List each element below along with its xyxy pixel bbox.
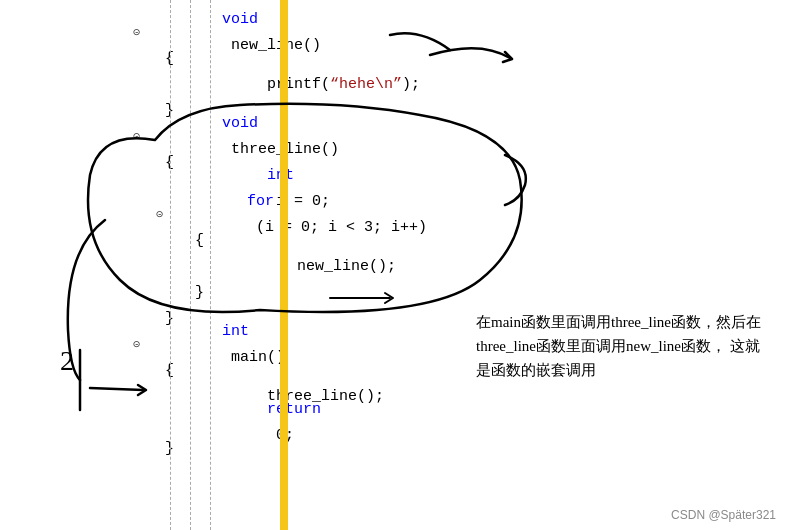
call-new-line: new_line(); [297, 258, 396, 275]
code-line-8: ⊝ for (i = 0; i < 3; i++) [0, 202, 480, 228]
kw-for: for [247, 193, 274, 210]
main-container: ⊝ void new_line() { printf(“hehe\n”); } … [0, 0, 791, 530]
code-area: ⊝ void new_line() { printf(“hehe\n”); } … [0, 20, 480, 462]
str-hehe: “hehe\n” [330, 76, 402, 93]
kw-return: return [267, 401, 321, 418]
indent-guide-3 [210, 0, 211, 530]
code-line-17: } [0, 436, 480, 462]
code-line-1: ⊝ void new_line() [0, 20, 480, 46]
fold-icon-1[interactable]: ⊝ [133, 20, 140, 46]
annotation-text: 在main函数里面调用three_line函数，然后在three_line函数里… [476, 314, 761, 378]
annotation-box: 在main函数里面调用three_line函数，然后在three_line函数里… [476, 310, 771, 382]
code-line-16: return 0; [0, 410, 480, 436]
kw-int-main: int [222, 323, 249, 340]
code-line-13: ⊝ int main() [0, 332, 480, 358]
fold-icon-8[interactable]: ⊝ [156, 202, 163, 228]
yellow-bar [280, 0, 288, 530]
indent-guide-2 [190, 0, 191, 530]
indent-guide-1 [170, 0, 171, 530]
kw-void-1: void [222, 11, 258, 28]
code-line-10: new_line(); [0, 254, 480, 280]
watermark-text: CSDN @Später321 [671, 508, 776, 522]
fold-icon-13[interactable]: ⊝ [133, 332, 140, 358]
fold-icon-5[interactable]: ⊝ [133, 124, 140, 150]
watermark: CSDN @Später321 [671, 508, 776, 522]
kw-void-2: void [222, 115, 258, 132]
